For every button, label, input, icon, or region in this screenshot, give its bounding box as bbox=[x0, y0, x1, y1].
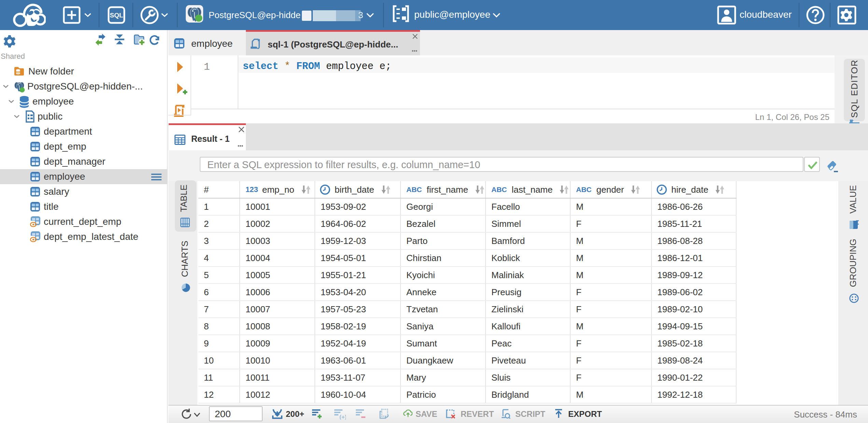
svg-text:SQL: SQL bbox=[110, 12, 123, 19]
svg-text:(+): (+) bbox=[339, 414, 346, 420]
